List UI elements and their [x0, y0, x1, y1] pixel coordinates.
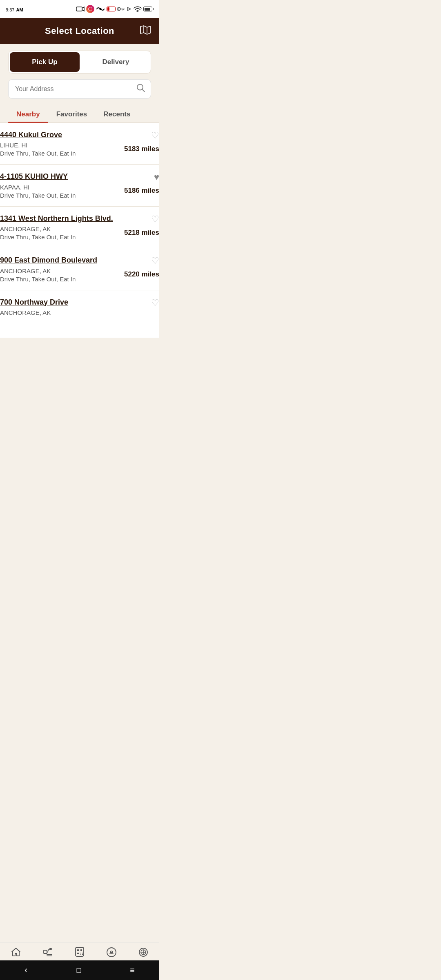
location-address: 700 Northway Drive	[0, 298, 127, 307]
location-info: 1341 West Northern Lights Blvd. ANCHORAG…	[0, 214, 124, 241]
location-info: 900 East Dimond Boulevard ANCHORAGE, AK …	[0, 256, 124, 282]
pickup-delivery-toggle: Pick Up Delivery	[8, 51, 151, 74]
status-icons-right	[76, 5, 154, 13]
location-services: Drive Thru, Take Out, Eat In	[0, 192, 124, 199]
key-icon	[117, 7, 125, 11]
location-services: Drive Thru, Take Out, Eat In	[0, 234, 124, 241]
svg-rect-6	[44, 950, 47, 953]
home-icon	[11, 947, 21, 960]
location-distance: 5183 miles	[124, 145, 159, 153]
location-right: ♡	[127, 298, 159, 308]
location-info: 700 Northway Drive ANCHORAGE, AK	[0, 298, 127, 317]
location-address: 1341 West Northern Lights Blvd.	[0, 214, 124, 223]
bluetooth-icon	[126, 5, 132, 13]
svg-rect-9	[77, 949, 79, 951]
page-title: Select Location	[45, 26, 114, 36]
delivery-tab[interactable]: Delivery	[81, 51, 151, 73]
payment-icon	[96, 6, 105, 12]
favorite-heart-icon[interactable]: ♡	[151, 214, 159, 225]
location-services: Drive Thru, Take Out, Eat In	[0, 276, 124, 283]
address-search-container	[8, 79, 151, 99]
location-city: LIHUE, HI	[0, 142, 124, 149]
offers-icon	[106, 947, 117, 960]
location-right: ♡ 5220 miles	[124, 256, 159, 278]
map-icon[interactable]	[140, 25, 151, 37]
address-search-input[interactable]	[8, 79, 151, 99]
section-tabs: Nearby Favorites Recents	[0, 105, 159, 123]
favorite-heart-icon[interactable]: ♡	[151, 256, 159, 266]
location-right: ♡ 5218 miles	[124, 214, 159, 237]
location-services: Drive Thru, Take Out, Eat In	[0, 150, 124, 157]
svg-rect-15	[82, 954, 83, 955]
location-distance: 5218 miles	[124, 229, 159, 237]
battery-icon	[107, 7, 116, 11]
battery-full-icon	[143, 7, 154, 11]
location-city: ANCHORAGE, AK	[0, 309, 127, 316]
svg-rect-14	[80, 954, 81, 955]
wifi-icon	[134, 6, 142, 12]
mycode-icon	[74, 947, 85, 960]
svg-point-7	[49, 948, 52, 950]
svg-rect-11	[77, 953, 79, 954]
android-menu-button[interactable]: ≡	[130, 966, 135, 975]
favorite-heart-icon[interactable]: ♡	[151, 298, 159, 308]
android-back-button[interactable]: ‹	[24, 965, 27, 976]
location-right: ♡ 5183 miles	[124, 130, 159, 153]
menu-icon	[42, 947, 53, 960]
svg-point-3	[118, 9, 120, 10]
location-item[interactable]: 1341 West Northern Lights Blvd. ANCHORAG…	[0, 207, 159, 248]
svg-rect-10	[80, 949, 82, 951]
tab-nearby[interactable]: Nearby	[8, 105, 48, 122]
header: Select Location	[0, 18, 159, 44]
location-distance: 5220 miles	[124, 270, 159, 278]
android-home-button[interactable]: □	[76, 966, 81, 975]
location-address: 4-1105 KUHIO HWY	[0, 172, 124, 181]
location-city: ANCHORAGE, AK	[0, 267, 124, 274]
location-item[interactable]: 700 Northway Drive ANCHORAGE, AK ♡	[0, 290, 159, 338]
svg-rect-13	[82, 953, 83, 953]
favorite-heart-icon[interactable]: ♥	[154, 172, 159, 183]
svg-rect-0	[76, 7, 82, 11]
status-bar: 9:37 AM	[0, 0, 159, 18]
location-item[interactable]: 900 East Dimond Boulevard ANCHORAGE, AK …	[0, 248, 159, 290]
main-content: Pick Up Delivery Nearby Favorites Recent…	[0, 44, 159, 123]
location-city: KAPAA, HI	[0, 184, 124, 191]
svg-point-4	[137, 11, 138, 12]
search-icon	[136, 84, 145, 95]
favorite-heart-icon[interactable]: ♡	[151, 130, 159, 141]
rewards-icon	[138, 947, 149, 960]
svg-point-1	[100, 8, 102, 10]
location-item[interactable]: 4440 Kukui Grove LIHUE, HI Drive Thru, T…	[0, 123, 159, 165]
location-right: ♥ 5186 miles	[124, 172, 159, 195]
tab-favorites[interactable]: Favorites	[48, 105, 96, 122]
location-city: ANCHORAGE, AK	[0, 225, 124, 232]
status-time: 9:37 AM	[6, 6, 23, 13]
location-info: 4-1105 KUHIO HWY KAPAA, HI Drive Thru, T…	[0, 172, 124, 198]
tab-recents[interactable]: Recents	[95, 105, 138, 122]
location-address: 4440 Kukui Grove	[0, 130, 124, 140]
location-item[interactable]: 4-1105 KUHIO HWY KAPAA, HI Drive Thru, T…	[0, 165, 159, 206]
location-list: 4440 Kukui Grove LIHUE, HI Drive Thru, T…	[0, 123, 159, 338]
pickup-tab[interactable]: Pick Up	[10, 52, 80, 72]
android-nav: ‹ □ ≡	[0, 960, 159, 980]
svg-rect-12	[80, 953, 81, 953]
location-info: 4440 Kukui Grove LIHUE, HI Drive Thru, T…	[0, 130, 124, 157]
location-address: 900 East Dimond Boulevard	[0, 256, 124, 265]
instagram-icon	[86, 5, 94, 13]
video-icon	[76, 6, 85, 12]
location-distance: 5186 miles	[124, 187, 159, 195]
